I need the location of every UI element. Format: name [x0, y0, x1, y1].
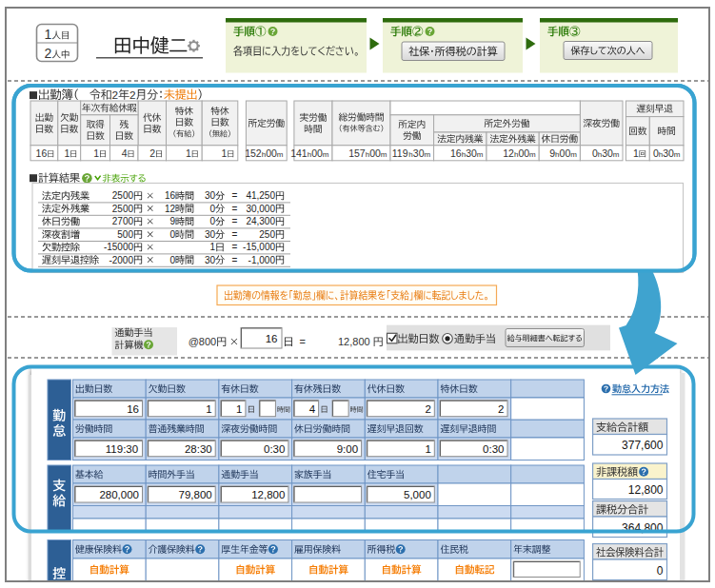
svg-text:2700: 2700 [112, 216, 134, 226]
svg-text:1: 1 [64, 147, 70, 159]
svg-text:12,800: 12,800 [251, 489, 285, 500]
svg-text:152: 152 [245, 147, 262, 159]
svg-text:30,000: 30,000 [246, 204, 275, 214]
svg-text:m: m [674, 150, 681, 159]
svg-text:m: m [323, 150, 329, 159]
svg-text:5,000: 5,000 [404, 489, 431, 500]
svg-text:00: 00 [560, 147, 571, 159]
svg-text:@800: @800 [189, 336, 217, 347]
svg-text:2500: 2500 [112, 190, 134, 201]
svg-text:1: 1 [45, 27, 52, 42]
svg-text:12: 12 [503, 147, 514, 159]
svg-text:16: 16 [127, 403, 139, 415]
svg-text:=: = [232, 190, 238, 201]
svg-text:280,000: 280,000 [99, 489, 139, 500]
svg-text:30: 30 [205, 229, 216, 240]
svg-text:4: 4 [309, 403, 316, 415]
svg-text:12,800: 12,800 [338, 336, 370, 347]
svg-text:-2000: -2000 [109, 255, 133, 265]
svg-text:2: 2 [498, 403, 504, 415]
svg-text:16: 16 [266, 333, 278, 344]
svg-text:1: 1 [425, 443, 430, 455]
svg-text:00: 00 [266, 147, 277, 159]
svg-text:00: 00 [369, 147, 381, 159]
svg-text:119:30: 119:30 [106, 443, 138, 455]
svg-text:=: = [232, 216, 238, 226]
svg-text:119: 119 [392, 147, 408, 159]
svg-text:m: m [277, 150, 284, 159]
svg-text:=: = [232, 242, 238, 252]
svg-text:30: 30 [602, 147, 613, 159]
svg-text:157: 157 [348, 147, 366, 159]
svg-text:m: m [613, 150, 620, 159]
svg-text:2: 2 [129, 88, 136, 102]
svg-text:=: = [300, 336, 306, 347]
svg-text:16: 16 [165, 190, 176, 201]
svg-text:2: 2 [425, 403, 430, 415]
svg-text:m: m [477, 150, 484, 159]
svg-text:=: = [232, 229, 238, 240]
svg-text:=: = [232, 204, 238, 214]
svg-text:0: 0 [169, 255, 175, 265]
svg-text:30: 30 [466, 147, 477, 159]
svg-text:4: 4 [122, 147, 128, 159]
svg-text:30: 30 [413, 147, 425, 159]
svg-text:30: 30 [205, 190, 216, 201]
svg-text:0: 0 [169, 229, 175, 240]
svg-text:41,250: 41,250 [246, 190, 275, 201]
svg-text:0:30: 0:30 [483, 443, 504, 455]
svg-text:12: 12 [165, 204, 176, 214]
svg-text:500: 500 [117, 229, 133, 240]
svg-text:2: 2 [45, 46, 52, 61]
svg-text:9:00: 9:00 [337, 443, 358, 455]
svg-text:m: m [381, 150, 387, 159]
svg-text:30: 30 [205, 255, 216, 265]
svg-text:79,800: 79,800 [179, 489, 212, 500]
svg-text:1: 1 [93, 147, 99, 159]
svg-text:m: m [570, 150, 577, 159]
svg-text:12,800: 12,800 [628, 483, 664, 497]
svg-text:1: 1 [186, 147, 191, 159]
svg-text:28:30: 28:30 [185, 443, 212, 455]
svg-text:250: 250 [259, 229, 275, 240]
svg-text:16: 16 [450, 147, 462, 159]
svg-text:0: 0 [209, 216, 215, 226]
svg-text:00: 00 [518, 147, 529, 159]
svg-text:141: 141 [290, 147, 308, 159]
svg-text:1: 1 [633, 147, 639, 159]
svg-text:2500: 2500 [112, 204, 134, 214]
svg-text:1: 1 [222, 147, 228, 159]
svg-text:2: 2 [149, 147, 155, 159]
svg-text:-15000: -15000 [104, 242, 134, 252]
svg-text:m: m [424, 150, 430, 159]
svg-text:377,600: 377,600 [622, 439, 664, 452]
svg-text:0: 0 [657, 564, 664, 578]
svg-text:9: 9 [169, 216, 175, 226]
svg-text:00: 00 [311, 147, 323, 159]
svg-text:=: = [232, 255, 238, 265]
svg-text:m: m [529, 150, 536, 159]
svg-text:2: 2 [112, 88, 119, 102]
svg-text:16: 16 [36, 147, 48, 159]
svg-text:1: 1 [209, 242, 215, 252]
svg-text:-15,000: -15,000 [243, 242, 275, 252]
svg-text:-1,000: -1,000 [248, 255, 276, 265]
svg-text:1: 1 [206, 403, 211, 415]
svg-text:0:30: 0:30 [264, 443, 285, 455]
svg-text:30: 30 [663, 147, 674, 159]
svg-text:0: 0 [209, 204, 215, 214]
svg-text:24,300: 24,300 [246, 216, 275, 226]
svg-text:1: 1 [236, 403, 242, 415]
